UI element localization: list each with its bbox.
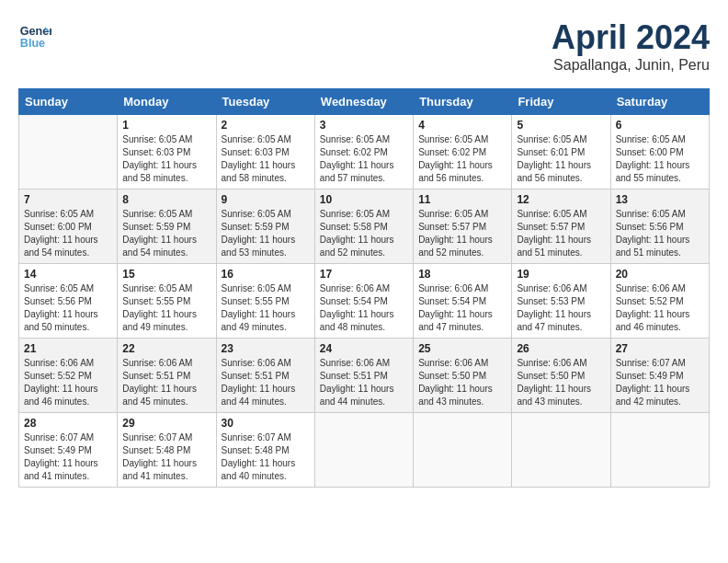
- location-subtitle: Sapallanga, Junin, Peru: [552, 57, 710, 74]
- day-info: Sunrise: 6:05 AMSunset: 5:59 PMDaylight:…: [222, 208, 310, 259]
- day-info: Sunrise: 6:06 AMSunset: 5:52 PMDaylight:…: [24, 357, 112, 408]
- day-number: 13: [616, 193, 704, 206]
- calendar-day-cell: 9Sunrise: 6:05 AMSunset: 5:59 PMDaylight…: [216, 190, 314, 264]
- calendar-week-row: 28Sunrise: 6:07 AMSunset: 5:49 PMDayligh…: [19, 413, 710, 488]
- day-info: Sunrise: 6:05 AMSunset: 5:59 PMDaylight:…: [122, 208, 210, 259]
- calendar-day-cell: 8Sunrise: 6:05 AMSunset: 5:59 PMDaylight…: [118, 190, 216, 264]
- calendar-day-cell: 22Sunrise: 6:06 AMSunset: 5:51 PMDayligh…: [118, 339, 216, 413]
- day-info: Sunrise: 6:06 AMSunset: 5:50 PMDaylight:…: [418, 357, 506, 408]
- day-info: Sunrise: 6:06 AMSunset: 5:53 PMDaylight:…: [517, 282, 605, 334]
- weekday-header: Tuesday: [216, 89, 314, 115]
- day-number: 7: [24, 193, 112, 206]
- day-info: Sunrise: 6:05 AMSunset: 6:00 PMDaylight:…: [616, 133, 704, 185]
- day-info: Sunrise: 6:05 AMSunset: 5:57 PMDaylight:…: [418, 208, 506, 259]
- calendar-day-cell: 18Sunrise: 6:06 AMSunset: 5:54 PMDayligh…: [414, 264, 512, 339]
- calendar-day-cell: 25Sunrise: 6:06 AMSunset: 5:50 PMDayligh…: [414, 339, 512, 413]
- day-number: 18: [418, 268, 506, 281]
- day-info: Sunrise: 6:05 AMSunset: 6:00 PMDaylight:…: [24, 208, 112, 259]
- day-info: Sunrise: 6:05 AMSunset: 5:55 PMDaylight:…: [122, 282, 210, 334]
- day-number: 23: [222, 342, 310, 355]
- calendar-day-cell: 4Sunrise: 6:05 AMSunset: 6:02 PMDaylight…: [414, 115, 512, 190]
- logo: General Blue: [18, 18, 51, 52]
- calendar-day-cell: 6Sunrise: 6:05 AMSunset: 6:00 PMDaylight…: [610, 115, 709, 190]
- calendar-day-cell: 11Sunrise: 6:05 AMSunset: 5:57 PMDayligh…: [414, 190, 512, 264]
- title-block: April 2024 Sapallanga, Junin, Peru: [552, 18, 710, 74]
- day-number: 1: [122, 119, 210, 132]
- day-info: Sunrise: 6:05 AMSunset: 5:57 PMDaylight:…: [517, 208, 605, 259]
- svg-text:Blue: Blue: [20, 37, 45, 50]
- calendar-day-cell: 14Sunrise: 6:05 AMSunset: 5:56 PMDayligh…: [19, 264, 118, 339]
- day-number: 3: [320, 119, 408, 132]
- calendar-day-cell: 27Sunrise: 6:07 AMSunset: 5:49 PMDayligh…: [610, 339, 709, 413]
- page-header: General Blue April 2024 Sapallanga, Juni…: [18, 18, 710, 74]
- calendar-day-cell: [512, 413, 610, 488]
- calendar-table: SundayMondayTuesdayWednesdayThursdayFrid…: [18, 88, 710, 488]
- calendar-week-row: 14Sunrise: 6:05 AMSunset: 5:56 PMDayligh…: [19, 264, 710, 339]
- day-info: Sunrise: 6:05 AMSunset: 6:02 PMDaylight:…: [320, 133, 408, 185]
- month-year-title: April 2024: [552, 18, 710, 57]
- day-number: 20: [616, 268, 704, 281]
- day-info: Sunrise: 6:06 AMSunset: 5:54 PMDaylight:…: [320, 282, 408, 334]
- day-number: 5: [517, 119, 605, 132]
- calendar-day-cell: 1Sunrise: 6:05 AMSunset: 6:03 PMDaylight…: [118, 115, 216, 190]
- calendar-day-cell: 7Sunrise: 6:05 AMSunset: 6:00 PMDaylight…: [19, 190, 118, 264]
- day-number: 22: [122, 342, 210, 355]
- calendar-day-cell: 28Sunrise: 6:07 AMSunset: 5:49 PMDayligh…: [19, 413, 118, 488]
- calendar-day-cell: 24Sunrise: 6:06 AMSunset: 5:51 PMDayligh…: [314, 339, 413, 413]
- day-info: Sunrise: 6:07 AMSunset: 5:48 PMDaylight:…: [122, 431, 210, 483]
- calendar-week-row: 7Sunrise: 6:05 AMSunset: 6:00 PMDaylight…: [19, 190, 710, 264]
- weekday-header-row: SundayMondayTuesdayWednesdayThursdayFrid…: [19, 89, 710, 115]
- day-info: Sunrise: 6:06 AMSunset: 5:51 PMDaylight:…: [320, 357, 408, 408]
- day-info: Sunrise: 6:05 AMSunset: 6:02 PMDaylight:…: [418, 133, 506, 185]
- calendar-day-cell: 20Sunrise: 6:06 AMSunset: 5:52 PMDayligh…: [610, 264, 709, 339]
- day-number: 11: [418, 193, 506, 206]
- calendar-day-cell: [314, 413, 413, 488]
- day-info: Sunrise: 6:07 AMSunset: 5:49 PMDaylight:…: [616, 357, 704, 408]
- day-number: 10: [320, 193, 408, 206]
- day-number: 24: [320, 342, 408, 355]
- day-info: Sunrise: 6:06 AMSunset: 5:51 PMDaylight:…: [122, 357, 210, 408]
- weekday-header: Wednesday: [314, 89, 413, 115]
- day-info: Sunrise: 6:05 AMSunset: 6:03 PMDaylight:…: [122, 133, 210, 185]
- day-info: Sunrise: 6:06 AMSunset: 5:52 PMDaylight:…: [616, 282, 704, 334]
- day-number: 15: [122, 268, 210, 281]
- calendar-day-cell: [19, 115, 118, 190]
- weekday-header: Thursday: [414, 89, 512, 115]
- day-info: Sunrise: 6:05 AMSunset: 5:56 PMDaylight:…: [616, 208, 704, 259]
- day-info: Sunrise: 6:07 AMSunset: 5:48 PMDaylight:…: [222, 431, 310, 483]
- calendar-day-cell: 23Sunrise: 6:06 AMSunset: 5:51 PMDayligh…: [216, 339, 314, 413]
- calendar-day-cell: [610, 413, 709, 488]
- calendar-day-cell: 30Sunrise: 6:07 AMSunset: 5:48 PMDayligh…: [216, 413, 314, 488]
- calendar-day-cell: [414, 413, 512, 488]
- calendar-day-cell: 29Sunrise: 6:07 AMSunset: 5:48 PMDayligh…: [118, 413, 216, 488]
- day-number: 28: [24, 417, 112, 430]
- day-number: 16: [222, 268, 310, 281]
- weekday-header: Friday: [512, 89, 610, 115]
- calendar-day-cell: 16Sunrise: 6:05 AMSunset: 5:55 PMDayligh…: [216, 264, 314, 339]
- calendar-day-cell: 15Sunrise: 6:05 AMSunset: 5:55 PMDayligh…: [118, 264, 216, 339]
- day-number: 19: [517, 268, 605, 281]
- calendar-day-cell: 2Sunrise: 6:05 AMSunset: 6:03 PMDaylight…: [216, 115, 314, 190]
- day-number: 2: [222, 119, 310, 132]
- calendar-week-row: 1Sunrise: 6:05 AMSunset: 6:03 PMDaylight…: [19, 115, 710, 190]
- weekday-header: Sunday: [19, 89, 118, 115]
- calendar-day-cell: 17Sunrise: 6:06 AMSunset: 5:54 PMDayligh…: [314, 264, 413, 339]
- day-number: 12: [517, 193, 605, 206]
- calendar-day-cell: 3Sunrise: 6:05 AMSunset: 6:02 PMDaylight…: [314, 115, 413, 190]
- day-info: Sunrise: 6:06 AMSunset: 5:50 PMDaylight:…: [517, 357, 605, 408]
- day-number: 8: [122, 193, 210, 206]
- day-number: 4: [418, 119, 506, 132]
- weekday-header: Monday: [118, 89, 216, 115]
- day-number: 26: [517, 342, 605, 355]
- day-info: Sunrise: 6:07 AMSunset: 5:49 PMDaylight:…: [24, 431, 112, 483]
- weekday-header: Saturday: [610, 89, 709, 115]
- day-number: 27: [616, 342, 704, 355]
- day-info: Sunrise: 6:05 AMSunset: 5:55 PMDaylight:…: [222, 282, 310, 334]
- day-number: 25: [418, 342, 506, 355]
- calendar-day-cell: 13Sunrise: 6:05 AMSunset: 5:56 PMDayligh…: [610, 190, 709, 264]
- day-number: 29: [122, 417, 210, 430]
- calendar-day-cell: 26Sunrise: 6:06 AMSunset: 5:50 PMDayligh…: [512, 339, 610, 413]
- day-number: 30: [222, 417, 310, 430]
- day-info: Sunrise: 6:06 AMSunset: 5:54 PMDaylight:…: [418, 282, 506, 334]
- day-info: Sunrise: 6:05 AMSunset: 6:01 PMDaylight:…: [517, 133, 605, 185]
